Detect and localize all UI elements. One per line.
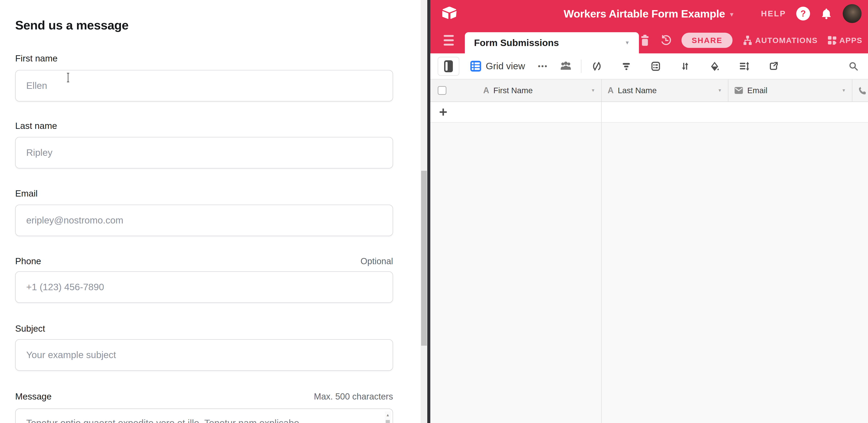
grid-header-row: A First Name ▼ A Last Name ▼ Email ▼ (430, 80, 868, 102)
row-height-icon[interactable] (739, 61, 749, 71)
phone-input[interactable] (15, 271, 393, 303)
topbar-right-cluster: HELP ? (761, 0, 862, 27)
tab-form-submissions[interactable]: Form Submissions ▼ (465, 32, 639, 53)
search-icon[interactable] (848, 61, 859, 71)
last-name-input[interactable] (15, 137, 393, 169)
column-header-email[interactable]: Email ▼ (728, 80, 852, 101)
column-caret-icon[interactable]: ▼ (842, 88, 846, 93)
message-label: Message (15, 391, 52, 401)
apps-icon (827, 35, 837, 45)
automations-button[interactable]: AUTOMATIONS (742, 35, 818, 46)
share-label: SHARE (691, 36, 722, 45)
grid-view-icon (470, 61, 481, 71)
phone-field-icon (858, 86, 867, 95)
email-input[interactable] (15, 205, 393, 236)
sort-icon[interactable] (680, 61, 690, 71)
add-record-row[interactable] (430, 102, 868, 123)
first-name-label: First name (15, 53, 58, 63)
table-tabs-bar: Form Submissions ▼ (430, 27, 868, 53)
text-field-icon: A (608, 86, 614, 95)
tabbar-right-cluster: SHARE AUTOMATIONS APPS (640, 27, 863, 53)
automations-icon (742, 35, 753, 46)
field-message: Message Max. 500 characters Tenetur opti… (15, 391, 393, 401)
text-field-icon: A (483, 86, 489, 95)
notifications-bell-icon[interactable] (820, 7, 833, 20)
last-name-label: Last name (15, 121, 57, 131)
add-record-plus-icon[interactable] (438, 107, 448, 117)
toolbar-divider (581, 60, 582, 73)
page-scrollbar[interactable] (421, 0, 427, 423)
column-header-first-name[interactable]: A First Name ▼ (430, 80, 602, 101)
column-header-phone[interactable]: Phone (852, 80, 868, 101)
airtable-topbar: Workers Airtable Form Example ▼ HELP ? (430, 0, 868, 27)
email-field-icon (734, 87, 743, 94)
contact-form-pane: Send us a message First name Last name E… (0, 0, 427, 423)
text-cursor-ibeam (66, 72, 70, 83)
column-name: Last Name (618, 86, 657, 95)
email-label: Email (15, 188, 38, 199)
field-phone: Phone Optional (15, 256, 393, 266)
scroll-up-arrow-icon[interactable]: ▲ (385, 411, 391, 419)
apps-button[interactable]: APPS (827, 35, 863, 45)
filter-icon[interactable] (621, 61, 631, 71)
subject-input[interactable] (15, 339, 393, 371)
view-config-icons (592, 61, 779, 71)
view-name: Grid view (486, 61, 525, 71)
airtable-pane: Workers Airtable Form Example ▼ HELP ? F… (430, 0, 868, 423)
view-toolbar: Grid view ••• (430, 53, 868, 80)
collaborators-icon[interactable] (560, 61, 572, 71)
phone-optional-hint: Optional (361, 256, 393, 266)
screen: Send us a message First name Last name E… (0, 0, 868, 423)
form-title: Send us a message (15, 18, 129, 32)
subject-label: Subject (15, 324, 45, 334)
history-icon[interactable] (660, 34, 672, 46)
tables-menu-icon[interactable] (444, 35, 454, 46)
phone-label: Phone (15, 256, 41, 266)
color-icon[interactable] (709, 61, 720, 71)
help-button[interactable]: HELP (761, 9, 786, 18)
field-last-name: Last name (15, 121, 393, 131)
field-subject: Subject (15, 324, 393, 334)
automations-label: AUTOMATIONS (755, 36, 818, 45)
column-name: First Name (493, 86, 533, 95)
field-email: Email (15, 188, 393, 199)
group-icon[interactable] (650, 61, 661, 71)
apps-label: APPS (839, 36, 863, 45)
user-avatar[interactable] (843, 4, 862, 23)
field-first-name: First name (15, 53, 393, 63)
trash-icon[interactable] (640, 34, 650, 46)
first-name-input[interactable] (15, 70, 393, 101)
grid-view-button[interactable]: Grid view (470, 61, 525, 71)
table-caret-icon[interactable]: ▼ (625, 40, 630, 46)
view-sidebar-toggle-button[interactable] (438, 57, 459, 76)
view-options-ellipsis-button[interactable]: ••• (538, 62, 548, 70)
column-header-last-name[interactable]: A Last Name ▼ (602, 80, 728, 101)
frozen-column-divider (601, 102, 602, 423)
column-name: Email (747, 86, 768, 95)
help-question-icon[interactable]: ? (796, 7, 810, 21)
hide-fields-icon[interactable] (592, 61, 602, 71)
sidebar-toggle-icon (444, 60, 453, 73)
column-caret-icon[interactable]: ▼ (718, 88, 722, 93)
select-all-checkbox[interactable] (438, 86, 446, 95)
share-view-icon[interactable] (768, 61, 779, 71)
message-scrollbar-thumb[interactable] (386, 420, 390, 423)
message-textarea[interactable]: Tenetur optio quaerat expedite vero et i… (15, 409, 393, 423)
column-caret-icon[interactable]: ▼ (591, 88, 595, 93)
base-title-caret-icon: ▼ (729, 9, 735, 18)
message-maxchars-hint: Max. 500 characters (314, 392, 393, 401)
message-text: Tenetur optio quaerat expedite vero et i… (26, 416, 374, 423)
window-divider (427, 0, 430, 423)
message-scrollbar[interactable]: ▲ (385, 411, 391, 423)
share-button[interactable]: SHARE (681, 33, 733, 48)
base-title[interactable]: Workers Airtable Form Example (564, 7, 725, 20)
active-table-name: Form Submissions (474, 37, 559, 48)
page-scrollbar-thumb[interactable] (421, 171, 427, 346)
grid-empty-area (430, 123, 868, 423)
